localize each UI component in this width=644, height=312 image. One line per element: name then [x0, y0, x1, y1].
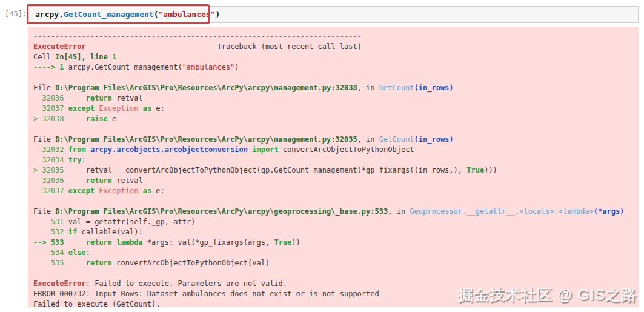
code-token: Failed to execute (GetCount). [33, 300, 161, 308]
code-token: as [143, 104, 151, 113]
code-token: 32037 [33, 104, 68, 113]
traceback-line: File D:\Program Files\ArcGIS\Pro\Resourc… [33, 207, 639, 217]
code-token: ) [215, 10, 220, 19]
code-token: 32037 [33, 187, 68, 195]
code-token [68, 238, 86, 247]
code-token: e [108, 115, 116, 123]
code-token: )) [291, 238, 300, 247]
code-token: arcpy.arcobjects.arcobjectconversion [90, 145, 248, 154]
code-token: Traceback (most recent call last) [217, 42, 361, 51]
traceback-line: > 32038 raise e [33, 114, 639, 124]
code-token: Cell [33, 53, 55, 61]
code-token: In[45], line [55, 53, 112, 61]
code-token: ( [154, 10, 159, 19]
traceback-line: 32037 except Exception as e: [33, 186, 639, 196]
code-token: arcpy.GetCount_management( [68, 63, 182, 71]
code-token: convertArcObjectToPythonObject(val) [112, 259, 270, 267]
code-token: , in [357, 84, 379, 92]
cell-execution-prompt: [45]: [5, 10, 27, 18]
code-token: 531 [33, 217, 68, 226]
code-token: raise [86, 115, 108, 123]
code-token: try [68, 156, 82, 164]
code-token: > 32035 [33, 166, 68, 174]
code-token: GetCount_management [64, 10, 154, 19]
traceback-output: ----------------------------------------… [33, 32, 639, 310]
code-token: ExecuteError [33, 42, 86, 51]
traceback-line: ExecuteError Traceback (most recent call… [33, 42, 639, 52]
code-token: Geoprocessor.__getattr__.<locals>.<lambd… [410, 207, 593, 216]
traceback-line: 534 else: [33, 248, 639, 258]
code-token: GetCount [379, 84, 414, 92]
code-token: (*args) [594, 207, 625, 216]
traceback-line: ----------------------------------------… [33, 32, 639, 42]
traceback-line: ----> 1 arcpy.GetCount_management("ambul… [33, 62, 639, 73]
code-token [138, 104, 142, 113]
code-token: 535 [33, 259, 68, 267]
code-token: ) [234, 63, 239, 71]
code-token: --> 533 [33, 238, 68, 247]
code-token: True [274, 238, 291, 247]
code-token: retval = convertArcObjectToPythonObject(… [68, 166, 466, 174]
traceback-line: 531 val = getattr(self._gp, attr) [33, 217, 639, 227]
code-token: 532 [33, 228, 68, 236]
code-token: File [33, 135, 55, 144]
code-token: as [143, 187, 151, 195]
code-token: 1 [112, 53, 116, 61]
code-token: "ambulances" [182, 63, 235, 71]
code-token: except [68, 187, 95, 195]
code-token: D:\Program Files\ArcGIS\Pro\Resources\Ar… [55, 84, 357, 92]
code-token: Exception [99, 187, 138, 195]
traceback-line: 32036 return retval [33, 93, 639, 104]
code-token: : [86, 248, 90, 257]
code-token: , in [357, 135, 379, 144]
code-token: e: [151, 187, 165, 195]
code-token: e: [151, 104, 165, 113]
code-token [68, 115, 86, 123]
code-token: if [68, 228, 77, 236]
code-token: ----> 1 [33, 63, 68, 71]
code-token: arcpy. [35, 10, 64, 19]
code-token: convertArcObjectToPythonObject [279, 145, 414, 154]
error-output-area: ----------------------------------------… [28, 27, 639, 307]
code-token: retval [112, 94, 143, 102]
code-token: , in [388, 207, 410, 216]
code-token [86, 145, 90, 154]
code-token: : [81, 156, 85, 164]
code-token: return [86, 259, 112, 267]
code-token: return [86, 238, 112, 247]
code-token: lambda [116, 238, 142, 247]
code-token: ----------------------------------------… [33, 32, 362, 41]
code-token: else [68, 248, 86, 257]
traceback-line: 32037 except Exception as e: [33, 104, 639, 114]
code-token: 32034 [33, 156, 68, 164]
code-token: val = getattr(self._gp, attr) [68, 217, 196, 226]
code-token: (in_rows) [414, 135, 454, 144]
code-token: import [252, 145, 278, 154]
traceback-line [33, 73, 639, 83]
code-token: callable(val): [77, 228, 142, 236]
code-token: Exception [99, 104, 138, 113]
code-token: return [86, 176, 112, 185]
traceback-line [33, 124, 639, 134]
code-token: ExecuteError [33, 279, 86, 288]
traceback-line: Cell In[45], line 1 [33, 52, 639, 62]
traceback-line: 32034 try: [33, 155, 639, 165]
code-token: D:\Program Files\ArcGIS\Pro\Resources\Ar… [55, 207, 388, 216]
code-token: GetCount [379, 135, 414, 144]
code-token [68, 176, 86, 185]
code-token [68, 94, 86, 102]
notebook-page: [45]: arcpy.GetCount_management("ambulan… [0, 0, 644, 312]
code-token [86, 42, 217, 51]
code-token: 32036 [33, 176, 68, 185]
code-cell-input[interactable]: arcpy.GetCount_management("ambulances") [27, 6, 639, 23]
traceback-line [33, 268, 639, 279]
traceback-line [33, 196, 639, 207]
code-token: 32032 [33, 145, 68, 154]
traceback-line: > 32035 retval = convertArcObjectToPytho… [33, 165, 639, 176]
code-token: D:\Program Files\ArcGIS\Pro\Resources\Ar… [55, 135, 357, 144]
traceback-line: 32032 from arcpy.arcobjects.arcobjectcon… [33, 145, 639, 155]
code-token: File [33, 207, 55, 216]
traceback-line: File D:\Program Files\ArcGIS\Pro\Resourc… [33, 83, 639, 93]
traceback-line: 32036 return retval [33, 176, 639, 186]
code-token: : Failed to execute. Parameters are not … [86, 279, 287, 288]
